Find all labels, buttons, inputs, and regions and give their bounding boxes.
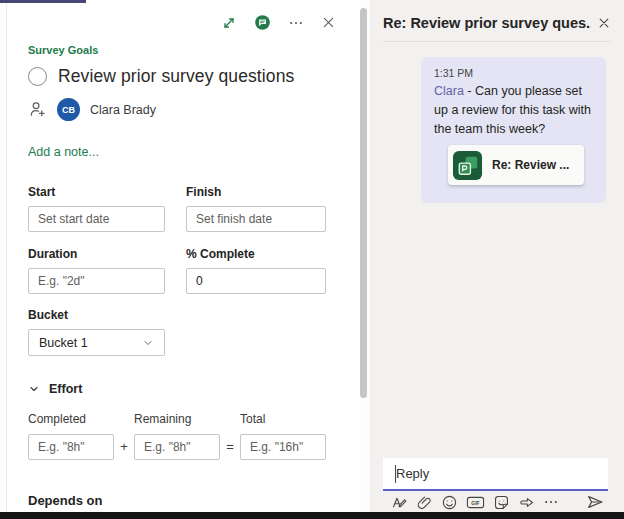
planner-task-card[interactable]: Re: Review ... bbox=[448, 145, 584, 185]
depends-on-heading: Depends on bbox=[28, 493, 336, 508]
sticker-icon[interactable] bbox=[493, 494, 510, 511]
effort-completed-input[interactable] bbox=[28, 434, 114, 460]
emoji-icon[interactable] bbox=[441, 494, 458, 511]
text-caret bbox=[395, 465, 396, 483]
effort-completed-field: Completed bbox=[28, 412, 114, 460]
duration-label: Duration bbox=[28, 247, 165, 261]
close-icon[interactable] bbox=[321, 15, 336, 30]
percent-complete-input[interactable] bbox=[186, 268, 326, 294]
dates-row: Start Finish bbox=[28, 185, 336, 232]
effort-inputs-row: Completed + Remaining = Total bbox=[28, 412, 336, 460]
svg-text:GIF: GIF bbox=[471, 499, 480, 505]
assign-person-icon[interactable] bbox=[28, 100, 47, 119]
bucket-selected-value: Bucket 1 bbox=[39, 336, 88, 350]
equals-operator: = bbox=[220, 439, 240, 460]
bucket-dropdown[interactable]: Bucket 1 bbox=[28, 329, 165, 356]
percent-complete-field: % Complete bbox=[186, 247, 326, 294]
compose-toolbar: GIF bbox=[383, 493, 608, 511]
effort-total-label: Total bbox=[240, 412, 326, 426]
chat-header: Re: Review prior survey ques... bbox=[370, 0, 624, 41]
expand-icon[interactable] bbox=[221, 15, 237, 31]
start-date-input[interactable] bbox=[28, 206, 165, 232]
breadcrumb-bucket-link[interactable]: Survey Goals bbox=[28, 44, 336, 56]
finish-field: Finish bbox=[186, 185, 326, 232]
chat-panel: Re: Review prior survey ques... 1:31 PM … bbox=[370, 0, 624, 512]
chevron-down-icon bbox=[142, 337, 154, 349]
percent-complete-label: % Complete bbox=[186, 247, 326, 261]
task-detail-panel: Survey Goals Review prior survey questio… bbox=[6, 0, 360, 512]
duration-row: Duration % Complete bbox=[28, 247, 336, 294]
task-panel-toolbar bbox=[28, 14, 336, 31]
complete-task-checkbox[interactable] bbox=[28, 67, 47, 86]
task-panel-scrollbar[interactable] bbox=[360, 8, 367, 398]
format-icon[interactable] bbox=[391, 494, 408, 511]
send-icon[interactable] bbox=[586, 493, 604, 511]
task-title-row: Review prior survey questions bbox=[28, 66, 336, 87]
avatar[interactable]: CB bbox=[57, 98, 80, 121]
plus-operator: + bbox=[114, 439, 134, 460]
reply-input[interactable] bbox=[383, 458, 608, 489]
effort-completed-label: Completed bbox=[28, 412, 114, 426]
sender-mention-link[interactable]: Clara bbox=[434, 84, 464, 98]
start-label: Start bbox=[28, 185, 165, 199]
taskbar-strip bbox=[0, 512, 624, 519]
effort-remaining-label: Remaining bbox=[134, 412, 220, 426]
task-title[interactable]: Review prior survey questions bbox=[58, 66, 294, 87]
assignee-row: CB Clara Brady bbox=[28, 98, 336, 121]
chat-header-divider bbox=[383, 41, 611, 42]
message-timestamp: 1:31 PM bbox=[434, 67, 593, 79]
effort-total-field: Total bbox=[240, 412, 326, 460]
window-accent-strip bbox=[0, 0, 86, 3]
gif-icon[interactable]: GIF bbox=[466, 494, 485, 511]
bucket-field: Bucket Bucket 1 bbox=[28, 308, 336, 356]
duration-field: Duration bbox=[28, 247, 165, 294]
finish-date-input[interactable] bbox=[186, 206, 326, 232]
chevron-down-icon bbox=[28, 383, 40, 395]
effort-remaining-input[interactable] bbox=[134, 434, 220, 460]
chat-title: Re: Review prior survey ques... bbox=[383, 15, 591, 31]
close-chat-icon[interactable] bbox=[597, 16, 611, 30]
effort-remaining-field: Remaining bbox=[134, 412, 220, 460]
finish-label: Finish bbox=[186, 185, 326, 199]
effort-section-toggle[interactable]: Effort bbox=[28, 382, 336, 396]
card-title: Re: Review ... bbox=[492, 158, 569, 172]
reply-box bbox=[383, 458, 608, 491]
add-note-link[interactable]: Add a note... bbox=[28, 145, 336, 159]
effort-section-label: Effort bbox=[49, 382, 82, 396]
assignee-name: Clara Brady bbox=[90, 103, 156, 117]
planner-app-icon bbox=[452, 150, 483, 181]
more-options-icon[interactable] bbox=[288, 15, 304, 31]
stream-icon[interactable] bbox=[518, 494, 535, 511]
effort-total-input[interactable] bbox=[240, 434, 326, 460]
more-compose-options-icon[interactable] bbox=[543, 494, 559, 510]
bucket-label: Bucket bbox=[28, 308, 336, 322]
comments-icon[interactable] bbox=[254, 14, 271, 31]
chat-message-bubble: 1:31 PM Clara - Can you please set up a … bbox=[421, 57, 606, 203]
duration-input[interactable] bbox=[28, 268, 165, 294]
message-text: Clara - Can you please set up a review f… bbox=[434, 82, 593, 139]
attach-icon[interactable] bbox=[416, 494, 433, 511]
start-field: Start bbox=[28, 185, 165, 232]
